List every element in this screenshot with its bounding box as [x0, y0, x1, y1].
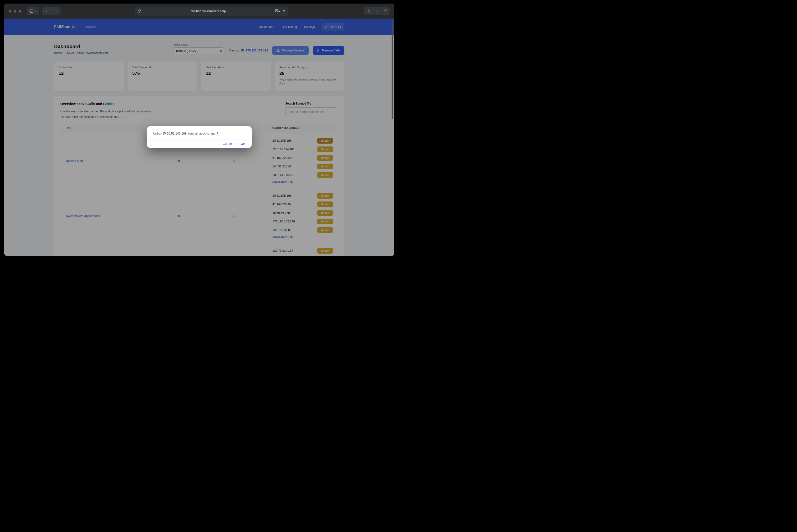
close-button[interactable]: [8, 10, 12, 13]
tab-overview-button[interactable]: [381, 10, 390, 13]
browser-toolbar: ‹ › fail2ban.swissmakers.corp Ax ↻ +: [4, 4, 394, 19]
url-text: fail2ban.swissmakers.corp: [141, 10, 275, 13]
share-button[interactable]: [364, 9, 373, 13]
browser-window: ‹ › fail2ban.swissmakers.corp Ax ↻ +: [4, 4, 394, 256]
svg-text:x: x: [278, 11, 279, 12]
new-tab-button[interactable]: +: [373, 9, 381, 14]
svg-text:A: A: [276, 10, 278, 12]
dialog-message: Unban IP 20.51.105.198 from jail apache-…: [147, 126, 252, 139]
chevron-down-icon: [34, 11, 36, 12]
url-bar-area: fail2ban.swissmakers.corp Ax ↻: [64, 7, 360, 16]
forward-button[interactable]: ›: [51, 9, 60, 14]
confirm-dialog: Unban IP 20.51.105.198 from jail apache-…: [147, 126, 252, 148]
tabs-icon: [384, 10, 387, 13]
history-nav: ‹ ›: [42, 7, 60, 15]
traffic-lights: [8, 10, 21, 13]
translate-icon[interactable]: Ax: [275, 9, 280, 13]
address-bar[interactable]: fail2ban.swissmakers.corp Ax ↻: [135, 7, 288, 16]
zoom-button[interactable]: [19, 10, 21, 13]
sidebar-icon: [30, 10, 33, 13]
minimize-button[interactable]: [14, 10, 16, 13]
ok-button[interactable]: OK: [241, 142, 246, 146]
reader-icon[interactable]: [138, 10, 141, 13]
cancel-button[interactable]: Cancel: [223, 142, 233, 146]
toolbar-right-group: +: [364, 7, 390, 15]
sidebar-toggle-button[interactable]: [27, 7, 39, 15]
share-icon: [367, 9, 370, 13]
web-content: Fail2ban UI Connected Dashboard Filter D…: [4, 19, 394, 256]
reload-icon[interactable]: ↻: [282, 9, 285, 13]
back-button[interactable]: ‹: [42, 9, 51, 14]
